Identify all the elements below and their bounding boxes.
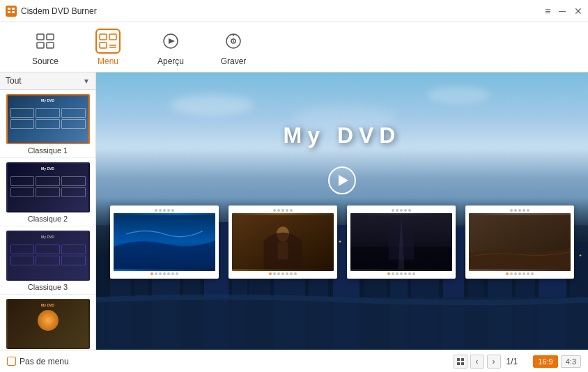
graver-label: Graver	[221, 56, 247, 66]
template-thumb-1: My DVD	[6, 94, 90, 144]
thumb-dots-bottom-1	[114, 272, 215, 275]
nav-prev-icon[interactable]: ‹	[470, 355, 484, 369]
template-item-2[interactable]: My DVD Classique 2	[0, 158, 95, 226]
aspect-ratio-16-9[interactable]: 16:9	[533, 355, 557, 368]
dot-t3-6	[392, 272, 394, 275]
svg-rect-10	[100, 42, 107, 48]
dot-5	[171, 209, 174, 212]
dot-t2-10	[290, 272, 293, 275]
menu-label: Menu	[98, 56, 118, 66]
template-item-1[interactable]: My DVD Classique 1	[0, 90, 95, 158]
dot-t3-8	[400, 272, 403, 275]
thumb-dots-bottom-4	[469, 272, 571, 275]
thumbnail-strip	[96, 206, 588, 279]
aspect-ratio-4-3[interactable]: 4:3	[561, 355, 581, 368]
toolbar-graver[interactable]: Graver	[202, 22, 265, 72]
chevron-down-icon[interactable]: ▼	[83, 77, 90, 85]
apercu-icon	[158, 29, 183, 54]
template-item-4[interactable]: My DVD Classique 4	[0, 295, 95, 350]
dot-t3-active	[387, 272, 390, 275]
template-thumb-2: My DVD	[6, 162, 90, 212]
dot-t3-7	[396, 272, 399, 275]
dot-4	[167, 209, 170, 212]
nav-grid-icon[interactable]	[454, 355, 467, 369]
thumb-image-4	[469, 213, 571, 271]
template-name-2: Classique 2	[28, 215, 68, 223]
dot-8	[163, 272, 166, 275]
svg-rect-1	[12, 8, 15, 10]
svg-rect-7	[47, 42, 54, 48]
dot-t4-3	[518, 209, 521, 212]
svg-rect-4	[37, 34, 44, 40]
dot-t2-7	[277, 272, 280, 275]
dot-2	[159, 209, 162, 212]
thumb-dots-top-2	[232, 209, 334, 212]
dot-t2-3	[281, 209, 284, 212]
minimize-button[interactable]: ─	[559, 6, 566, 17]
dot-t4-7	[514, 272, 517, 275]
toolbar-apercu[interactable]: Aperçu	[139, 22, 202, 72]
video-thumbnail-1[interactable]	[110, 206, 219, 279]
dot-t2-2	[277, 209, 280, 212]
thumb-image-3	[350, 213, 452, 271]
thumb-dots-top-4	[469, 209, 571, 212]
cloud-2	[427, 86, 490, 104]
sidebar-filter-label: Tout	[6, 76, 22, 86]
template-name-3: Classique 3	[28, 283, 68, 291]
toolbar-menu[interactable]: Menu	[77, 22, 139, 72]
dvd-preview-title: My DVD	[284, 123, 401, 148]
template-name-1: Classique 1	[28, 146, 68, 155]
dot-t2-9	[286, 272, 288, 275]
video-thumbnail-4[interactable]	[465, 206, 574, 279]
template-thumb-3: My DVD	[6, 231, 90, 281]
main-layout: Tout ▼ My DVD Classique 1 My DV	[0, 72, 588, 350]
dot-t4-8	[518, 272, 521, 275]
source-icon	[33, 29, 58, 54]
dot-t4-9	[523, 272, 525, 275]
content-area: My DVD	[96, 72, 588, 350]
template-item-3[interactable]: My DVD Classique 3	[0, 226, 95, 295]
dot-t4-2	[514, 209, 517, 212]
dot-t3-11	[412, 272, 415, 275]
dot-t3-10	[408, 272, 411, 275]
dot-t3-1	[392, 209, 394, 212]
dot-3	[163, 209, 166, 212]
no-menu-label: Pas de menu	[20, 357, 69, 366]
dot-t4-10	[527, 272, 529, 275]
template-thumb-4: My DVD	[6, 299, 90, 349]
svg-rect-64	[457, 362, 460, 365]
dot-t3-2	[396, 209, 399, 212]
video-thumbnail-3[interactable]	[347, 206, 456, 279]
page-total: 1	[513, 357, 518, 366]
svg-rect-0	[8, 8, 10, 10]
no-menu-checkbox[interactable]: Pas de menu	[7, 357, 69, 366]
menu-icon	[95, 29, 121, 54]
close-button[interactable]: ✕	[574, 6, 582, 17]
dvd-preview: My DVD	[96, 72, 588, 350]
cloud-1	[170, 95, 254, 116]
title-bar: Cisdem DVD Burner ≡ ─ ✕	[0, 0, 588, 22]
page-indicator: 1/1	[504, 357, 521, 366]
svg-rect-5	[47, 34, 54, 40]
sidebar: Tout ▼ My DVD Classique 1 My DV	[0, 72, 96, 350]
play-button[interactable]	[328, 166, 356, 194]
toolbar-source[interactable]: Source	[14, 22, 77, 72]
thumb-dots-bottom-3	[350, 272, 452, 275]
nav-next-icon[interactable]: ›	[487, 355, 501, 369]
dot-t2-1	[273, 209, 276, 212]
dot-t4-6	[510, 272, 513, 275]
dot-t4-11	[531, 272, 534, 275]
dot-10	[171, 272, 174, 275]
thumb-image-1	[114, 213, 215, 271]
svg-rect-6	[37, 42, 44, 48]
dot-t2-6	[273, 272, 276, 275]
thumb-dots-bottom-2	[232, 272, 334, 275]
source-label: Source	[32, 56, 59, 66]
menu-button[interactable]: ≡	[545, 6, 550, 17]
dot-t3-5	[408, 209, 411, 212]
dot-1	[155, 209, 157, 212]
video-thumbnail-2[interactable]	[229, 206, 337, 279]
dot-9	[167, 272, 170, 275]
status-bar: Pas de menu ‹ › 1/1 16:9 4:3	[0, 350, 588, 372]
app-icon	[6, 6, 17, 17]
